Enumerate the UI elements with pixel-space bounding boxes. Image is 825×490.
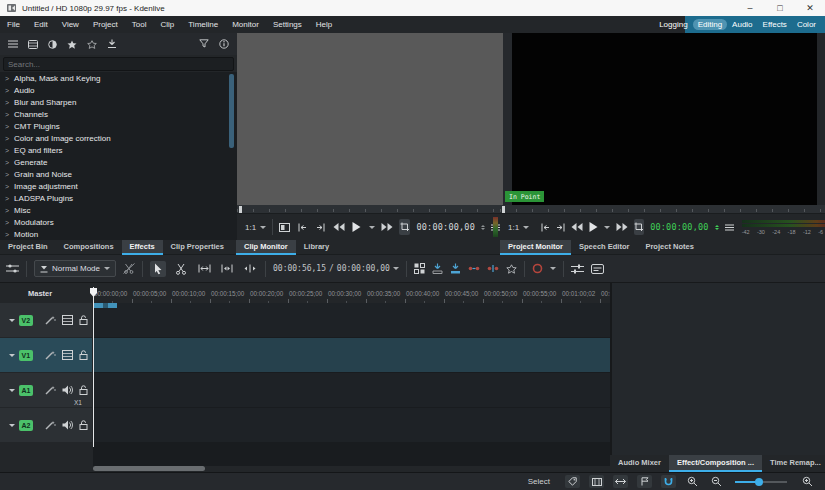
timeline-zoom-slider[interactable]	[735, 481, 787, 483]
project-monitor-video-area[interactable]	[512, 33, 817, 205]
expand-chevron-icon[interactable]: >	[5, 171, 9, 178]
effects-wand-icon[interactable]	[45, 315, 56, 325]
expand-chevron-icon[interactable]: >	[5, 123, 9, 130]
workspace-color[interactable]: Color	[792, 19, 821, 30]
expand-chevron-icon[interactable]: >	[5, 159, 9, 166]
clip-frame-icon[interactable]	[279, 219, 291, 235]
speaker-icon[interactable]	[62, 385, 73, 395]
collapse-tracks-icon[interactable]	[219, 261, 235, 277]
effect-category-item[interactable]: > Alpha, Mask and Keying	[0, 72, 237, 84]
zoom-out-icon[interactable]	[709, 475, 724, 488]
clip-monitor-seekbar[interactable]	[237, 205, 500, 214]
overwrite-zone-icon[interactable]	[450, 263, 461, 274]
timeline-horizontal-scrollbar[interactable]	[93, 466, 205, 471]
timeline-ruler[interactable]: 00:00:00;00 00:00:05;00 00:00:10;00 00:0…	[93, 287, 610, 303]
timeline-settings-icon[interactable]	[6, 263, 19, 274]
record-icon[interactable]	[532, 263, 543, 274]
chevron-down-icon[interactable]	[9, 389, 15, 395]
effect-category-item[interactable]: > EQ and filters	[0, 144, 237, 156]
zone-out-icon[interactable]	[556, 219, 565, 235]
zone-mode-icon[interactable]	[399, 219, 411, 235]
expand-chevron-icon[interactable]: >	[5, 135, 9, 142]
menu-item[interactable]: Help	[309, 16, 339, 33]
effect-category-item[interactable]: > Color and Image correction	[0, 132, 237, 144]
effect-category-item[interactable]: > Motion	[0, 228, 237, 240]
video-track-icon[interactable]	[62, 315, 73, 325]
track-lane-v1[interactable]	[93, 338, 610, 372]
custom-effects-icon[interactable]	[67, 40, 77, 49]
favorite-effects-icon[interactable]	[87, 40, 97, 49]
workspace-effects[interactable]: Effects	[758, 19, 792, 30]
zoom-in-icon[interactable]	[800, 475, 815, 488]
mixer-icon[interactable]	[414, 263, 425, 274]
snap-magnet-icon[interactable]	[661, 475, 676, 488]
expand-chevron-icon[interactable]: >	[5, 183, 9, 190]
workspace-editing[interactable]: Editing	[693, 19, 727, 30]
flag-icon[interactable]	[637, 475, 652, 488]
effects-wand-icon[interactable]	[45, 420, 56, 430]
track-header-v2[interactable]: V2	[0, 303, 92, 337]
tab-speech-editor[interactable]: Speech Editor	[571, 240, 637, 255]
extract-zone-icon[interactable]	[468, 264, 480, 273]
minimize-button[interactable]: –	[735, 0, 765, 16]
record-options-chevron-icon[interactable]	[550, 267, 556, 273]
play-options-chevron-icon[interactable]	[369, 226, 375, 232]
play-icon[interactable]	[589, 219, 598, 235]
tab-time-remap[interactable]: Time Remap...	[762, 455, 825, 472]
menu-item[interactable]: File	[0, 16, 27, 33]
chevron-down-icon[interactable]	[9, 354, 15, 360]
video-track-icon[interactable]	[62, 350, 73, 360]
effects-wand-icon[interactable]	[45, 350, 56, 360]
speaker-icon[interactable]	[62, 420, 73, 430]
effects-wand-icon[interactable]	[45, 385, 56, 395]
lock-icon[interactable]	[79, 420, 88, 430]
lock-icon[interactable]	[79, 315, 88, 325]
monitor-divider[interactable]	[503, 33, 512, 205]
menu-item[interactable]: Timeline	[181, 16, 225, 33]
track-lane-a2[interactable]	[93, 408, 610, 442]
clip-zoom-select[interactable]: 1:1	[245, 223, 266, 232]
track-target-badge[interactable]: V1	[19, 350, 33, 361]
timeline-timecode[interactable]: 00:00:56,15 / 00:00:00,00	[273, 264, 399, 273]
chevron-down-icon[interactable]	[9, 424, 15, 430]
track-lane-a1[interactable]	[93, 373, 610, 407]
effect-category-item[interactable]: > Image adjustment	[0, 180, 237, 192]
master-track-button[interactable]: Master	[28, 289, 52, 298]
thumbnails-icon[interactable]	[589, 475, 604, 488]
spacer-tool-icon[interactable]	[196, 261, 212, 277]
effect-category-item[interactable]: > Audio	[0, 84, 237, 96]
rewind-icon[interactable]	[571, 219, 583, 235]
expand-chevron-icon[interactable]: >	[5, 87, 9, 94]
tab-effect-composition[interactable]: Effect/Composition ...	[669, 455, 762, 472]
razor-tool-icon[interactable]	[173, 261, 189, 277]
edit-mode-select[interactable]: Normal Mode	[34, 260, 116, 277]
tag-icon[interactable]	[565, 475, 580, 488]
fast-forward-icon[interactable]	[381, 219, 393, 235]
filter-icon[interactable]	[199, 39, 209, 49]
effects-list-scrollbar[interactable]	[229, 74, 234, 148]
tab-library[interactable]: Library	[296, 240, 337, 255]
razor-all-tracks-icon[interactable]	[123, 263, 135, 274]
zoom-slider-handle[interactable]	[755, 478, 763, 486]
track-lane-v2[interactable]	[93, 303, 610, 337]
expand-chevron-icon[interactable]: >	[5, 99, 9, 106]
monitor-menu-icon[interactable]	[725, 224, 734, 231]
workspace-audio[interactable]: Audio	[727, 19, 757, 30]
info-icon[interactable]	[219, 39, 229, 49]
menu-item[interactable]: Tool	[125, 16, 154, 33]
clip-monitor-video-area[interactable]	[237, 33, 503, 205]
tab-clip-properties[interactable]: Clip Properties	[163, 240, 232, 255]
zone-in-icon[interactable]	[541, 219, 550, 235]
fast-forward-icon[interactable]	[616, 219, 628, 235]
zone-out-icon[interactable]	[315, 219, 327, 235]
play-options-chevron-icon[interactable]	[604, 226, 610, 232]
timecode-spinner[interactable]	[715, 225, 719, 230]
effect-category-item[interactable]: > Blur and Sharpen	[0, 96, 237, 108]
download-effects-icon[interactable]	[107, 39, 117, 49]
favorite-effects-star-icon[interactable]	[506, 264, 517, 274]
project-monitor-seekbar[interactable]	[500, 205, 825, 214]
select-tool-button[interactable]	[150, 261, 166, 277]
fit-zone-icon[interactable]	[613, 475, 628, 488]
subtitle-tool-icon[interactable]	[591, 264, 604, 274]
lift-zone-icon[interactable]	[487, 264, 499, 273]
